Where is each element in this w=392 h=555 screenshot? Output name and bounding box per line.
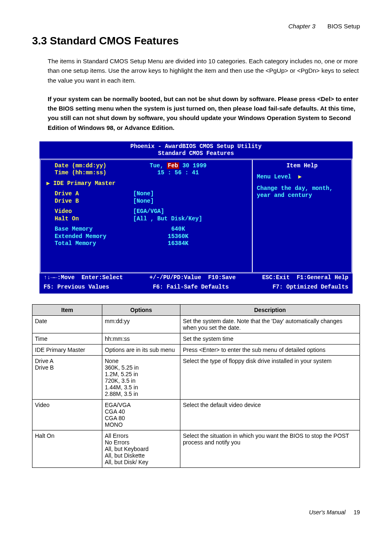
date-value[interactable]: Tue, Feb 30 1999 bbox=[133, 162, 248, 170]
ide-primary-master[interactable]: ▶ IDE Primary Master bbox=[45, 180, 248, 187]
footer-f6: F6: Fail-Safe Defaults bbox=[153, 284, 229, 291]
footer-f5: F5: Previous Values bbox=[44, 284, 109, 291]
para-2: If your system can be normally booted, b… bbox=[48, 94, 360, 132]
page-number: 19 bbox=[353, 509, 360, 516]
table-row: Drive A Drive BNone 360K, 5.25 in 1.2M, … bbox=[32, 355, 360, 399]
cell-options: Options are in its sub menu bbox=[102, 344, 180, 355]
extended-memory-label: Extended Memory bbox=[45, 233, 133, 240]
th-description: Description bbox=[180, 304, 360, 315]
date-label: Date (mm:dd:yy) bbox=[45, 162, 133, 170]
section-label: BIOS Setup bbox=[327, 23, 360, 30]
submenu-arrow-icon: ▶ bbox=[46, 180, 50, 187]
cell-description: Select the situation in which you want t… bbox=[180, 430, 360, 467]
base-memory-label: Base Memory bbox=[45, 226, 133, 233]
cell-options: mm:dd:yy bbox=[102, 315, 180, 333]
time-label: Time (hh:mm:ss) bbox=[45, 169, 133, 177]
cell-description: Select the type of floppy disk drive ins… bbox=[180, 355, 360, 399]
item-help-title: Item Help bbox=[257, 162, 347, 170]
th-item: Item bbox=[32, 304, 102, 315]
bios-title-2: Standard CMOS Features bbox=[39, 150, 353, 157]
chapter-label: Chapter 3 bbox=[288, 23, 316, 30]
bios-footer-2: F5: Previous Values F6: Fail-Safe Defaul… bbox=[39, 284, 353, 294]
cell-options: EGA/VGA CGA 40 CGA 80 MONO bbox=[102, 399, 180, 430]
bios-help-panel: Item Help Menu Level ▶ Change the day, m… bbox=[253, 160, 351, 272]
drive-b-label: Drive B bbox=[45, 198, 133, 205]
page-header: Chapter 3 BIOS Setup bbox=[32, 23, 360, 30]
cell-item: Video bbox=[32, 399, 102, 430]
cell-item: Halt On bbox=[32, 430, 102, 467]
footer-value: +/-/PU/PD:Value F10:Save bbox=[150, 274, 236, 282]
base-memory-value: 640K bbox=[133, 226, 248, 233]
menu-level-arrow-icon: ▶ bbox=[298, 173, 302, 180]
table-row: Datemm:dd:yySet the system date. Note th… bbox=[32, 315, 360, 333]
menu-level: Menu Level ▶ bbox=[257, 173, 347, 181]
bios-screenshot: Phoenix - AwardBIOS CMOS Setup Utility S… bbox=[39, 141, 353, 294]
footer-move: ↑↓→←:Move Enter:Select bbox=[44, 274, 123, 282]
cell-options: hh:mm:ss bbox=[102, 333, 180, 344]
bios-title: Phoenix - AwardBIOS CMOS Setup Utility S… bbox=[39, 141, 353, 159]
time-value[interactable]: 15 : 56 : 41 bbox=[133, 169, 248, 177]
options-table: Item Options Description Datemm:dd:yySet… bbox=[32, 304, 360, 468]
cell-item: IDE Primary Master bbox=[32, 344, 102, 355]
bios-footer: ↑↓→←:Move Enter:Select +/-/PU/PD:Value F… bbox=[39, 273, 353, 284]
cell-description: Set the system date. Note that the 'Day'… bbox=[180, 315, 360, 333]
video-value[interactable]: [EGA/VGA] bbox=[133, 208, 248, 215]
cell-description: Press <Enter> to enter the sub menu of d… bbox=[180, 344, 360, 355]
cell-description: Select the default video device bbox=[180, 399, 360, 430]
halt-on-label: Halt On bbox=[45, 215, 133, 223]
cell-description: Set the system time bbox=[180, 333, 360, 344]
total-memory-label: Total Memory bbox=[45, 240, 133, 247]
total-memory-value: 16384K bbox=[133, 240, 248, 247]
drive-a-value[interactable]: [None] bbox=[133, 190, 248, 198]
footer-exit: ESC:Exit F1:General Help bbox=[262, 274, 348, 282]
drive-b-value[interactable]: [None] bbox=[133, 198, 248, 205]
extended-memory-value: 15360K bbox=[133, 233, 248, 240]
cell-options: None 360K, 5.25 in 1.2M, 5.25 in 720K, 3… bbox=[102, 355, 180, 399]
page-footer: User's Manual 19 bbox=[32, 509, 360, 516]
section-title: 3.3 Standard CMOS Features bbox=[32, 35, 360, 47]
table-row: Halt OnAll Errors No Errors All, but Key… bbox=[32, 430, 360, 467]
table-row: IDE Primary MasterOptions are in its sub… bbox=[32, 344, 360, 355]
cell-options: All Errors No Errors All, but Keyboard A… bbox=[102, 430, 180, 467]
bios-left-panel: Date (mm:dd:yy) Tue, Feb 30 1999 Time (h… bbox=[41, 160, 253, 272]
footer-f7: F7: Optimized Defaults bbox=[272, 284, 348, 291]
cell-item: Date bbox=[32, 315, 102, 333]
th-options: Options bbox=[102, 304, 180, 315]
halt-on-value[interactable]: [All , But Disk/Key] bbox=[133, 215, 248, 223]
footer-text: User's Manual bbox=[309, 509, 346, 516]
para-1: The items in Standard CMOS Setup Menu ar… bbox=[48, 56, 360, 85]
drive-a-label: Drive A bbox=[45, 190, 133, 198]
table-row: Timehh:mm:ssSet the system time bbox=[32, 333, 360, 344]
cell-item: Time bbox=[32, 333, 102, 344]
help-text: Change the day, month, year and century bbox=[257, 185, 347, 199]
table-row: VideoEGA/VGA CGA 40 CGA 80 MONOSelect th… bbox=[32, 399, 360, 430]
bios-title-1: Phoenix - AwardBIOS CMOS Setup Utility bbox=[39, 143, 353, 150]
cell-item: Drive A Drive B bbox=[32, 355, 102, 399]
video-label: Video bbox=[45, 208, 133, 215]
